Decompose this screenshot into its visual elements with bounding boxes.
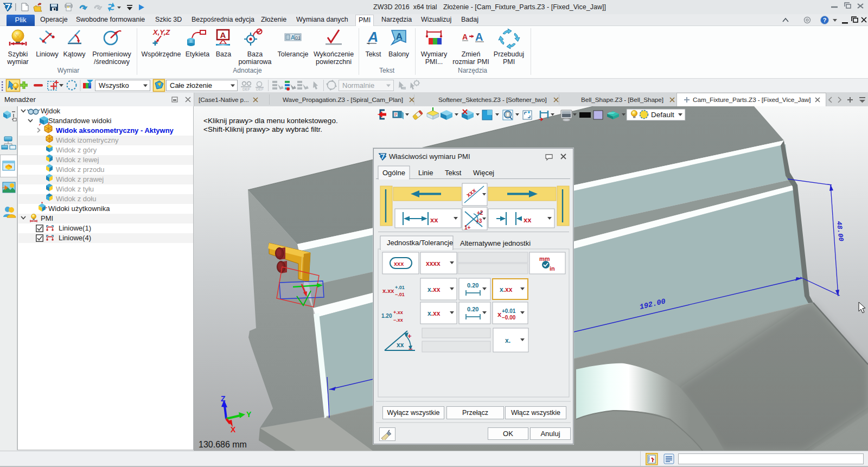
svg-text:xx: xx	[397, 341, 404, 349]
svg-text:xx: xx	[430, 216, 438, 224]
svg-text:+.01: +.01	[395, 285, 405, 290]
svg-text:mm: mm	[539, 255, 550, 262]
svg-text:x.xx: x.xx	[427, 286, 441, 293]
svg-text:Całe złożenie: Całe złożenie	[170, 81, 212, 89]
svg-text:xxx: xxx	[394, 260, 404, 267]
svg-text:x.xx: x.xx	[382, 287, 394, 294]
svg-text:130.686 mm: 130.686 mm	[199, 440, 247, 449]
svg-text:in: in	[550, 265, 555, 272]
svg-text:<Kliknij prawy> dla menu konte: <Kliknij prawy> dla menu kontekstowego.	[203, 117, 338, 125]
svg-text:+3: +3	[476, 218, 482, 224]
svg-text:X,Y,Z: X,Y,Z	[152, 28, 170, 36]
svg-text:?: ?	[823, 17, 827, 23]
svg-text:+0.01: +0.01	[502, 308, 516, 314]
svg-text:01: 01	[295, 35, 301, 41]
svg-text:−: −	[409, 345, 413, 353]
svg-text:Jednostka/Tolerancje: Jednostka/Tolerancje	[387, 239, 453, 247]
svg-text:1.20: 1.20	[381, 313, 392, 319]
svg-text:0.20: 0.20	[467, 306, 478, 312]
svg-text:+.xx: +.xx	[393, 310, 403, 315]
svg-text:Tekst: Tekst	[445, 169, 462, 177]
svg-text:1+: 1+	[464, 225, 471, 231]
svg-text:Właściwości wymiaru PMI: Właściwości wymiaru PMI	[389, 152, 470, 161]
svg-text:Ogólne: Ogólne	[382, 169, 405, 177]
svg-text:−.01: −.01	[395, 292, 405, 297]
svg-text:xxxx: xxxx	[426, 260, 441, 267]
svg-text:0.20: 0.20	[467, 282, 478, 289]
svg-text:+: +	[407, 332, 412, 340]
svg-text:DEF: DEF	[242, 87, 250, 91]
svg-text:−.xx: −.xx	[393, 317, 403, 323]
svg-text:A: A	[220, 30, 226, 40]
svg-text:x: x	[497, 310, 502, 318]
svg-text:Default: Default	[651, 111, 674, 119]
svg-text:xx: xx	[524, 216, 532, 224]
svg-text:A: A	[462, 33, 468, 41]
svg-text:Alternatywne jednostki: Alternatywne jednostki	[460, 239, 531, 247]
svg-text:Więcej: Więcej	[473, 169, 494, 177]
svg-text:<Shift-Kliknij prawy> aby wybr: <Shift-Kliknij prawy> aby wybrać filtr.	[203, 125, 322, 133]
svg-text:Wszystko: Wszystko	[99, 81, 129, 89]
svg-text:+2: +2	[477, 210, 483, 216]
svg-text:A: A	[475, 31, 483, 43]
svg-text:X: X	[231, 425, 236, 434]
svg-text:DEF: DEF	[256, 87, 264, 91]
svg-text:Linie: Linie	[418, 169, 433, 177]
svg-text:A: A	[396, 31, 403, 42]
svg-text:Y: Y	[246, 410, 252, 419]
svg-text:x.xx: x.xx	[500, 286, 513, 293]
svg-text:x.: x.	[505, 337, 510, 344]
svg-text:Z: Z	[221, 394, 226, 403]
svg-text:−0.00: −0.00	[502, 315, 516, 321]
svg-text:Normalnie: Normalnie	[342, 81, 374, 89]
svg-text:x.xx: x.xx	[427, 310, 441, 317]
